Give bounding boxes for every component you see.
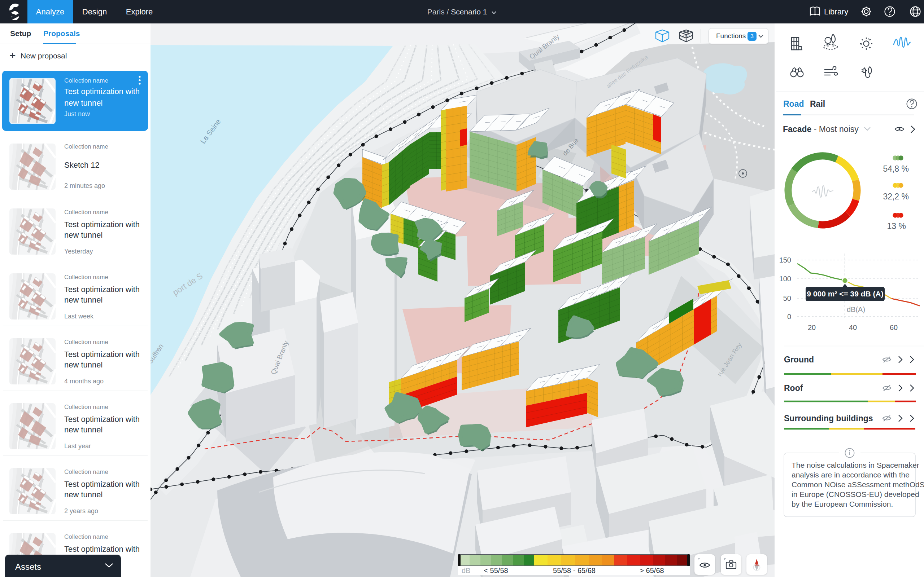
svg-text:dB: dB	[462, 567, 470, 574]
svg-text:40: 40	[849, 324, 857, 331]
svg-text:32,2 %: 32,2 %	[883, 192, 909, 201]
svg-text:Road: Road	[783, 99, 804, 108]
svg-text:Library: Library	[824, 7, 848, 16]
svg-text:Rail: Rail	[810, 99, 825, 108]
svg-text:dB(A): dB(A)	[847, 305, 865, 313]
svg-text:0: 0	[787, 313, 791, 321]
svg-text:< 55/58: < 55/58	[484, 567, 508, 574]
svg-text:The noise calculations in Spac: The noise calculations in Spacemaker	[792, 461, 919, 469]
svg-text:Ground: Ground	[784, 355, 814, 364]
svg-text:Common NOise aSSessment methOd: Common NOise aSSessment methOdS	[792, 480, 924, 488]
svg-text:13 %: 13 %	[887, 221, 906, 231]
svg-text:150: 150	[779, 256, 791, 264]
svg-text:in Europe (CNOSSOS-EU) develop: in Europe (CNOSSOS-EU) developed	[792, 490, 919, 498]
svg-text:analysis are in accordance wit: analysis are in accordance with the	[792, 471, 909, 479]
svg-text:Surrounding buildings: Surrounding buildings	[784, 414, 873, 423]
svg-text:Facade - Most noisy: Facade - Most noisy	[783, 124, 859, 134]
svg-text:Roof: Roof	[784, 384, 803, 393]
svg-text:> 65/68: > 65/68	[640, 567, 664, 574]
svg-text:60: 60	[890, 324, 898, 331]
svg-text:50: 50	[783, 294, 791, 302]
svg-text:54,8 %: 54,8 %	[883, 164, 909, 174]
svg-text:100: 100	[779, 275, 791, 283]
svg-text:by the European Commission.: by the European Commission.	[792, 500, 893, 508]
svg-text:55/58 - 65/68: 55/58 - 65/68	[553, 567, 596, 574]
svg-text:9 000 m² <= 39 dB (A): 9 000 m² <= 39 dB (A)	[807, 290, 883, 298]
svg-text:20: 20	[808, 324, 816, 331]
